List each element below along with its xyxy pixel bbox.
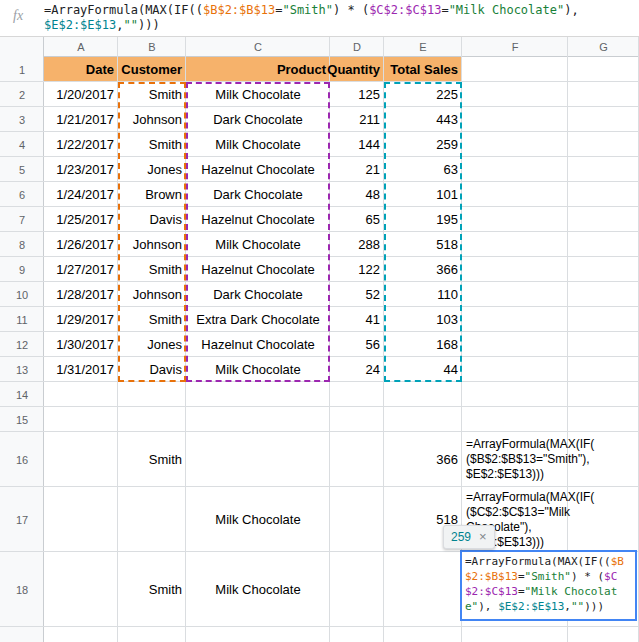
cell-E4[interactable]: 259 [384, 132, 462, 157]
cell-A3[interactable]: 1/21/2017 [44, 107, 118, 132]
cell-E7[interactable]: 195 [384, 207, 462, 232]
cell-E13[interactable]: 44 [384, 357, 462, 382]
cell-B6[interactable]: Brown [118, 182, 186, 207]
cell-C8[interactable]: Milk Chocolate [186, 232, 330, 257]
cell-B13[interactable]: Davis [118, 357, 186, 382]
cell-B7[interactable]: Davis [118, 207, 186, 232]
row-header-7[interactable]: 7 [0, 207, 44, 232]
row-header-9[interactable]: 9 [0, 257, 44, 282]
cell-E10[interactable]: 110 [384, 282, 462, 307]
cell-B18[interactable]: Smith [118, 552, 186, 627]
cell-D7[interactable]: 65 [330, 207, 384, 232]
row-header-14[interactable]: 14 [0, 382, 44, 407]
cell-A2[interactable]: 1/20/2017 [44, 82, 118, 107]
cell-C11[interactable]: Extra Dark Chocolate [186, 307, 330, 332]
cell-B12[interactable]: Jones [118, 332, 186, 357]
cell-A10[interactable]: 1/28/2017 [44, 282, 118, 307]
cell-B10[interactable]: Johnson [118, 282, 186, 307]
row-header-8[interactable]: 8 [0, 232, 44, 257]
row-header-15[interactable]: 15 [0, 407, 44, 432]
cell-C13[interactable]: Milk Chocolate [186, 357, 330, 382]
row-header-11[interactable]: 11 [0, 307, 44, 332]
cell-E12[interactable]: 168 [384, 332, 462, 357]
cell-A11[interactable]: 1/29/2017 [44, 307, 118, 332]
cell-C2[interactable]: Milk Chocolate [186, 82, 330, 107]
cell-B16[interactable]: Smith [118, 432, 186, 487]
cell-B3[interactable]: Johnson [118, 107, 186, 132]
cell-E9[interactable]: 366 [384, 257, 462, 282]
cell-editor-F18[interactable]: =ArrayFormula(MAX(IF(($B$2:$B$13="Smith"… [460, 550, 637, 621]
cell-D8[interactable]: 288 [330, 232, 384, 257]
cell-B8[interactable]: Johnson [118, 232, 186, 257]
column-header-E[interactable]: E [384, 37, 462, 57]
cell-E16[interactable]: 366 [384, 432, 462, 487]
cell-C7[interactable]: Hazelnut Chocolate [186, 207, 330, 232]
cell-D9[interactable]: 122 [330, 257, 384, 282]
cell-A12[interactable]: 1/30/2017 [44, 332, 118, 357]
cell-D11[interactable]: 41 [330, 307, 384, 332]
row-header-18[interactable]: 18 [0, 552, 44, 627]
cell-B5[interactable]: Jones [118, 157, 186, 182]
cell-D2[interactable]: 125 [330, 82, 384, 107]
column-header-B[interactable]: B [118, 37, 186, 57]
column-header-C[interactable]: C [186, 37, 330, 57]
row-header-13[interactable]: 13 [0, 357, 44, 382]
cell-A9[interactable]: 1/27/2017 [44, 257, 118, 282]
cell-A6[interactable]: 1/24/2017 [44, 182, 118, 207]
cell-C1[interactable]: Product [186, 57, 330, 82]
column-header-F[interactable]: F [462, 37, 568, 57]
cell-A13[interactable]: 1/31/2017 [44, 357, 118, 382]
cell-B4[interactable]: Smith [118, 132, 186, 157]
cell-D1[interactable]: Quantity [330, 57, 384, 82]
cell-E1[interactable]: Total Sales [384, 57, 462, 82]
cell-C10[interactable]: Dark Chocolate [186, 282, 330, 307]
cell-D13[interactable]: 24 [330, 357, 384, 382]
cell-C9[interactable]: Hazelnut Chocolate [186, 257, 330, 282]
cell-E6[interactable]: 101 [384, 182, 462, 207]
row-header-5[interactable]: 5 [0, 157, 44, 182]
row-header-4[interactable]: 4 [0, 132, 44, 157]
cell-A1[interactable]: Date [44, 57, 118, 82]
cell-D12[interactable]: 56 [330, 332, 384, 357]
row-header-17[interactable]: 17 [0, 487, 44, 552]
cell-D10[interactable]: 52 [330, 282, 384, 307]
cell-C5[interactable]: Hazelnut Chocolate [186, 157, 330, 182]
cell-D5[interactable]: 21 [330, 157, 384, 182]
cell-B2[interactable]: Smith [118, 82, 186, 107]
row-header-10[interactable]: 10 [0, 282, 44, 307]
column-header-A[interactable]: A [44, 37, 118, 57]
close-icon[interactable]: × [479, 531, 487, 543]
cell-A7[interactable]: 1/25/2017 [44, 207, 118, 232]
cell-B11[interactable]: Smith [118, 307, 186, 332]
cell-D3[interactable]: 211 [330, 107, 384, 132]
row-header-2[interactable]: 2 [0, 82, 44, 107]
formula-token: "Smith" [525, 570, 571, 583]
cell-C17[interactable]: Milk Chocolate [186, 487, 330, 552]
row-header-12[interactable]: 12 [0, 332, 44, 357]
cell-E5[interactable]: 63 [384, 157, 462, 182]
cell-C12[interactable]: Hazelnut Chocolate [186, 332, 330, 357]
cell-A8[interactable]: 1/26/2017 [44, 232, 118, 257]
cell-E11[interactable]: 103 [384, 307, 462, 332]
cell-B1[interactable]: Customer [118, 57, 186, 82]
cell-C4[interactable]: Milk Chocolate [186, 132, 330, 157]
cell-E8[interactable]: 518 [384, 232, 462, 257]
cell-C6[interactable]: Dark Chocolate [186, 182, 330, 207]
cell-C3[interactable]: Dark Chocolate [186, 107, 330, 132]
cell-E3[interactable]: 443 [384, 107, 462, 132]
cell-A4[interactable]: 1/22/2017 [44, 132, 118, 157]
cell-F16[interactable]: =ArrayFormula(MAX(IF( ($B$2:$B$13="Smith… [462, 432, 568, 487]
column-header-G[interactable]: G [568, 37, 639, 57]
column-header-D[interactable]: D [330, 37, 384, 57]
row-header-16[interactable]: 16 [0, 432, 44, 487]
formula-input[interactable]: =ArrayFormula(MAX(IF(($B$2:$B$13="Smith"… [44, 3, 631, 33]
cell-A5[interactable]: 1/23/2017 [44, 157, 118, 182]
row-header-6[interactable]: 6 [0, 182, 44, 207]
cell-C18[interactable]: Milk Chocolate [186, 552, 330, 627]
cell-D4[interactable]: 144 [330, 132, 384, 157]
cell-B9[interactable]: Smith [118, 257, 186, 282]
cell-D6[interactable]: 48 [330, 182, 384, 207]
row-header-1[interactable]: 1 [0, 57, 44, 82]
cell-E2[interactable]: 225 [384, 82, 462, 107]
row-header-3[interactable]: 3 [0, 107, 44, 132]
